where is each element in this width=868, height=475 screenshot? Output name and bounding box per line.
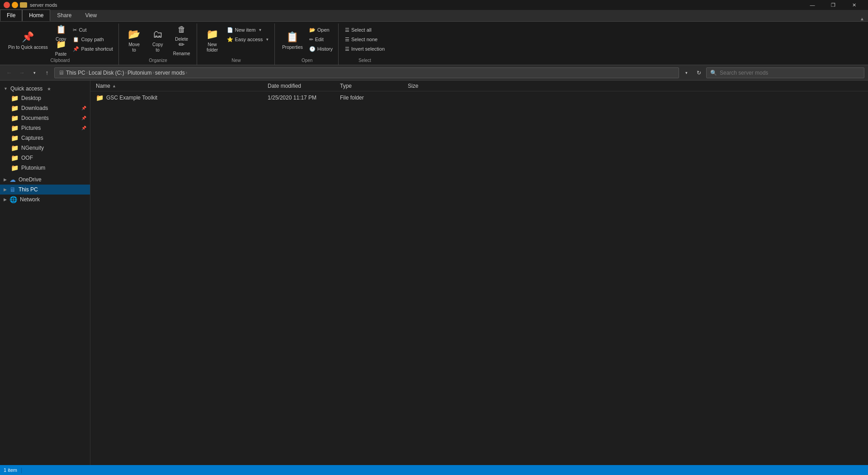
- sidebar-network-header[interactable]: ▶ 🌐 Network: [0, 195, 90, 204]
- ribbon-clipboard-group: 📌 Pin to Quick access 📋 Copy 📁 Paste ✂ C…: [2, 24, 119, 65]
- onedrive-icon: ☁: [9, 176, 16, 183]
- history-button[interactable]: 🕐 History: [307, 44, 335, 53]
- tab-home[interactable]: Home: [22, 10, 50, 21]
- rename-button[interactable]: ✏ Rename: [170, 40, 193, 57]
- back-button[interactable]: ←: [4, 67, 14, 78]
- ribbon-select-group: ☰ Select all ☰ Select none ☰ Invert sele…: [340, 24, 390, 65]
- select-all-icon: ☰: [345, 27, 349, 33]
- tab-file[interactable]: File: [0, 10, 22, 21]
- sidebar-oof-label: OOF: [21, 155, 33, 161]
- col-header-date[interactable]: Date modified: [264, 81, 336, 91]
- edit-button[interactable]: ✏ Edit: [307, 35, 335, 44]
- invert-selection-button[interactable]: ☰ Invert selection: [343, 44, 387, 53]
- open-group-label: Open: [279, 57, 335, 64]
- search-box[interactable]: 🔍: [706, 67, 864, 78]
- open-button[interactable]: 📂 Open: [307, 25, 335, 34]
- sidebar-onedrive-header[interactable]: ▶ ☁ OneDrive: [0, 175, 90, 185]
- sidebar-item-ngenuity[interactable]: 📁 NGenuity: [0, 143, 90, 153]
- col-type-label: Type: [340, 83, 352, 89]
- easy-access-button[interactable]: ⭐ Easy access ▼: [225, 35, 271, 44]
- organize-group-label: Organize: [123, 57, 193, 64]
- file-folder-icon: 📁: [96, 94, 104, 101]
- ngenuity-folder-icon: 📁: [11, 144, 19, 152]
- path-segment-server-mods[interactable]: server mods: [155, 70, 185, 76]
- sidebar-item-desktop[interactable]: 📁 Desktop: [0, 93, 90, 103]
- copy-path-button[interactable]: 📋 Copy path: [71, 35, 114, 44]
- select-none-button[interactable]: ☰ Select none: [343, 35, 387, 44]
- move-to-button[interactable]: 📂 Moveto: [123, 24, 145, 57]
- search-input[interactable]: [720, 70, 860, 76]
- sort-arrow-name: ▲: [112, 84, 116, 88]
- tab-share[interactable]: Share: [50, 10, 78, 21]
- paste-icon: 📁: [56, 40, 66, 50]
- sidebar-item-downloads[interactable]: 📁 Downloads 📌: [0, 103, 90, 113]
- title-icon-red: [4, 2, 10, 8]
- cut-button[interactable]: ✂ Cut: [71, 25, 114, 34]
- forward-button[interactable]: →: [16, 67, 27, 78]
- sidebar-item-oof[interactable]: 📁 OOF: [0, 153, 90, 163]
- new-item-button[interactable]: 📄 New item ▼: [225, 25, 271, 34]
- col-header-type[interactable]: Type: [336, 81, 404, 91]
- paste-button[interactable]: 📁 Paste: [52, 40, 70, 57]
- sidebar-quick-access-header[interactable]: ▼ Quick access ★: [0, 84, 90, 93]
- downloads-pin-icon: 📌: [81, 106, 86, 110]
- col-header-size[interactable]: Size: [404, 81, 458, 91]
- col-size-label: Size: [408, 83, 418, 89]
- delete-button[interactable]: 🗑 Delete: [170, 25, 193, 42]
- up-button[interactable]: ↑: [42, 67, 52, 78]
- title-bar: server mods — ❐ ✕: [0, 0, 868, 10]
- col-header-name[interactable]: Name ▲: [92, 81, 264, 91]
- open-small-stack: 📂 Open ✏ Edit 🕐 History: [307, 24, 335, 57]
- copy-to-icon: 🗂: [153, 28, 163, 40]
- path-segment-this-pc[interactable]: This PC: [66, 70, 85, 76]
- path-segment-local-disk[interactable]: Local Disk (C:): [89, 70, 124, 76]
- sidebar-this-pc-label: This PC: [19, 186, 38, 193]
- file-row-gsc[interactable]: 📁 GSC Example Toolkit 1/25/2020 11:17 PM…: [90, 92, 868, 103]
- ribbon-organize-group: 📂 Moveto 🗂 Copyto 🗑 Delete ✏ Rename Orga…: [120, 24, 197, 65]
- path-arrow-3: ›: [152, 70, 154, 75]
- tab-view[interactable]: View: [78, 10, 104, 21]
- pictures-pin-icon: 📌: [81, 126, 86, 130]
- address-dropdown-button[interactable]: ▾: [681, 67, 692, 78]
- copy-to-button[interactable]: 🗂 Copyto: [147, 24, 169, 57]
- easy-access-dropdown-arrow: ▼: [265, 38, 269, 42]
- file-cell-name: 📁 GSC Example Toolkit: [92, 92, 264, 103]
- maximize-button[interactable]: ❐: [823, 0, 844, 10]
- file-list-header: Name ▲ Date modified Type Size: [90, 81, 868, 91]
- sidebar-network-label: Network: [20, 196, 40, 203]
- status-separator: |: [21, 467, 22, 473]
- clipboard-content: 📌 Pin to Quick access 📋 Copy 📁 Paste ✂ C…: [5, 24, 115, 57]
- rename-icon: ✏: [179, 40, 184, 49]
- properties-button[interactable]: 📋 Properties: [279, 24, 306, 57]
- file-cell-size: [404, 92, 458, 103]
- copy-path-icon: 📋: [73, 37, 79, 43]
- recent-locations-button[interactable]: ▾: [29, 67, 40, 78]
- close-button[interactable]: ✕: [844, 0, 864, 10]
- sidebar-item-captures[interactable]: 📁 Captures: [0, 133, 90, 143]
- paste-shortcut-button[interactable]: 📌 Paste shortcut: [71, 44, 114, 53]
- minimize-button[interactable]: —: [802, 0, 823, 10]
- refresh-button[interactable]: ↻: [693, 67, 704, 78]
- sidebar-item-pictures[interactable]: 📁 Pictures 📌: [0, 123, 90, 133]
- this-pc-icon: 🖥: [9, 186, 16, 193]
- select-all-button[interactable]: ☰ Select all: [343, 25, 387, 34]
- main-area: ▼ Quick access ★ 📁 Desktop 📁 Downloads 📌…: [0, 81, 868, 465]
- ribbon-collapse-icon[interactable]: ▲: [860, 16, 864, 21]
- new-folder-button[interactable]: 📁 Newfolder: [202, 24, 223, 57]
- window-title: server mods: [30, 2, 799, 8]
- delete-icon: 🗑: [178, 25, 186, 35]
- sidebar-plutonium-label: Plutonium: [21, 165, 45, 171]
- copy-button[interactable]: 📋 Copy: [52, 25, 70, 42]
- new-folder-icon: 📁: [206, 28, 218, 40]
- path-segment-plutonium[interactable]: Plutonium: [127, 70, 151, 76]
- title-icon-folder: [20, 2, 27, 8]
- sidebar-item-plutonium[interactable]: 📁 Plutonium: [0, 163, 90, 173]
- clipboard-small-stack: 📋 Copy 📁 Paste: [52, 24, 70, 57]
- file-list-content: 📁 GSC Example Toolkit 1/25/2020 11:17 PM…: [90, 91, 868, 465]
- desktop-folder-icon: 📁: [11, 95, 19, 102]
- address-path[interactable]: 🖥 This PC › Local Disk (C:) › Plutonium …: [54, 67, 679, 78]
- sidebar-item-documents[interactable]: 📁 Documents 📌: [0, 113, 90, 123]
- pin-to-quick-access-button[interactable]: 📌 Pin to Quick access: [5, 24, 51, 57]
- organize-small-stack: 🗑 Delete ✏ Rename: [170, 24, 193, 57]
- sidebar-this-pc-header[interactable]: ▶ 🖥 This PC: [0, 185, 90, 195]
